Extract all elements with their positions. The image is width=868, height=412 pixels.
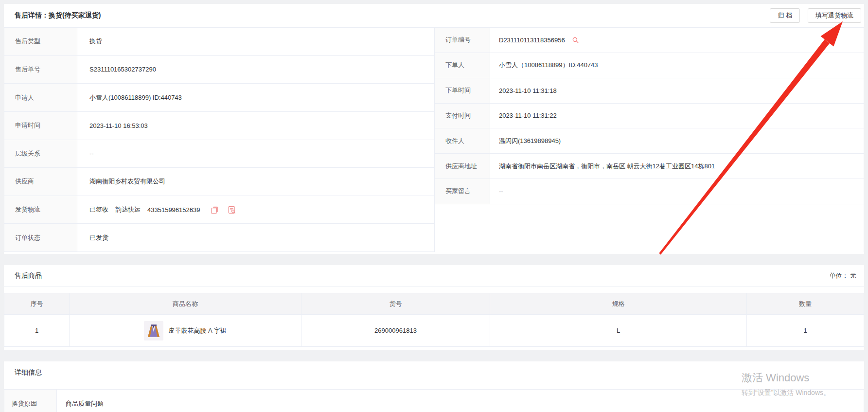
detail-descriptions: 售后类型 换货 售后单号 S231110165302737290 申请人 小雪人…	[4, 27, 864, 252]
copy-icon[interactable]	[211, 206, 219, 214]
aftersale-products-panel: 售后商品 单位： 元 序号 商品名称 货号 规格 数量 1	[4, 265, 864, 350]
supplier-value: 湖南衡阳乡村农贸有限公司	[77, 168, 434, 196]
page-header: 售后详情：换货(待买家退货) 归 档 填写退货物流	[4, 4, 864, 27]
order-no-value-cell: D231110113118356956	[490, 28, 864, 53]
col-header-name: 商品名称	[70, 293, 301, 314]
supplier-address-label: 供应商地址	[435, 154, 490, 179]
buyer-label: 下单人	[435, 53, 490, 78]
product-name-cell: 皮革嵌花高腰 A 字裙	[70, 315, 301, 346]
skirt-image	[145, 322, 162, 339]
header-actions: 归 档 填写退货物流	[770, 8, 861, 23]
row-buyer-message: 买家留言 --	[435, 179, 864, 204]
buyer-value: 小雪人（10086118899）ID:440743	[490, 53, 864, 78]
order-status-value: 已发货	[77, 224, 434, 251]
row-applicant: 申请人 小雪人(10086118899) ID:440743	[4, 84, 434, 112]
col-header-qty: 数量	[747, 293, 864, 314]
supplier-address-value: 湖南省衡阳市南岳区湖南省，衡阳市，南岳区 朝云大街12巷工业园区14栋801	[490, 154, 864, 179]
aftersale-no-label: 售后单号	[4, 56, 77, 84]
order-no-value: D231110113118356956	[499, 36, 565, 44]
page-title: 售后详情：换货(待买家退货)	[15, 11, 101, 20]
unit-label: 单位： 元	[829, 271, 856, 280]
detail-left-column: 售后类型 换货 售后单号 S231110165302737290 申请人 小雪人…	[4, 28, 435, 252]
buyer-message-label: 买家留言	[435, 179, 490, 204]
recipient-value: 温闪闪(13619898945)	[490, 128, 864, 153]
pay-time-value: 2023-11-10 11:31:22	[490, 104, 864, 128]
archive-button[interactable]: 归 档	[770, 8, 800, 23]
products-table-header: 序号 商品名称 货号 规格 数量	[4, 293, 864, 315]
detail-right-column: 订单编号 D231110113118356956 下单人 小雪人（1008611…	[435, 28, 864, 252]
order-time-value: 2023-11-10 11:31:18	[490, 78, 864, 103]
row-aftersale-type: 售后类型 换货	[4, 28, 434, 56]
row-hierarchy: 层级关系 --	[4, 140, 434, 168]
order-status-label: 订单状态	[4, 224, 77, 251]
product-name: 皮革嵌花高腰 A 字裙	[168, 326, 226, 335]
products-section-header: 售后商品 单位： 元	[4, 265, 864, 287]
applicant-label: 申请人	[4, 84, 77, 111]
col-header-spec: 规格	[490, 293, 747, 314]
fill-return-logistics-button[interactable]: 填写退货物流	[808, 8, 861, 23]
aftersale-detail-panel: 售后详情：换货(待买家退货) 归 档 填写退货物流 售后类型 换货 售后单号 S…	[4, 4, 864, 254]
product-qty: 1	[747, 315, 864, 346]
product-row: 1 皮革嵌花高腰 A 字裙 269000961813 L 1	[4, 315, 864, 347]
row-apply-time: 申请时间 2023-11-10 16:53:03	[4, 112, 434, 140]
products-section-title: 售后商品	[15, 271, 42, 280]
aftersale-no-value: S231110165302737290	[77, 56, 434, 84]
apply-time-value: 2023-11-10 16:53:03	[77, 112, 434, 140]
row-pay-time: 支付时间 2023-11-10 11:31:22	[435, 104, 864, 129]
col-header-item-no: 货号	[301, 293, 490, 314]
shipping-carrier: 韵达快运	[115, 205, 141, 214]
shipping-tracking-no: 433515996152639	[147, 206, 200, 214]
shipping-icon-group	[211, 206, 236, 214]
shipping-status: 已签收	[89, 205, 108, 214]
buyer-message-value: --	[490, 179, 864, 204]
apply-time-label: 申请时间	[4, 112, 77, 140]
row-recipient: 收件人 温闪闪(13619898945)	[435, 128, 864, 154]
row-order-time: 下单时间 2023-11-10 11:31:18	[435, 78, 864, 104]
aftersale-type-value: 换货	[77, 28, 434, 55]
detail-info-panel: 详细信息 换货原因 商品质量问题	[4, 361, 864, 412]
products-table: 序号 商品名称 货号 规格 数量 1 皮革嵌花高腰 A	[4, 293, 864, 347]
order-no-label: 订单编号	[435, 28, 490, 53]
hierarchy-label: 层级关系	[4, 140, 77, 168]
order-time-label: 下单时间	[435, 78, 490, 103]
order-search-icon[interactable]	[572, 36, 579, 44]
aftersale-type-label: 售后类型	[4, 28, 77, 55]
shipping-logistics-value: 已签收 韵达快运 433515996152639	[77, 196, 434, 224]
col-header-index: 序号	[4, 293, 70, 314]
pay-time-label: 支付时间	[435, 104, 490, 128]
detail-info-table: 换货原因 商品质量问题	[4, 389, 864, 412]
product-index: 1	[4, 315, 70, 346]
detail-info-title: 详细信息	[15, 368, 42, 377]
row-exchange-reason: 换货原因 商品质量问题	[4, 390, 864, 412]
row-order-no: 订单编号 D231110113118356956	[435, 28, 864, 53]
product-spec: L	[490, 315, 747, 346]
shipping-logistics-label: 发货物流	[4, 196, 77, 224]
product-item-no: 269000961813	[301, 315, 490, 346]
exchange-reason-label: 换货原因	[4, 390, 57, 412]
hierarchy-value: --	[77, 140, 434, 168]
recipient-label: 收件人	[435, 128, 490, 153]
row-supplier-address: 供应商地址 湖南省衡阳市南岳区湖南省，衡阳市，南岳区 朝云大街12巷工业园区14…	[435, 154, 864, 179]
applicant-value: 小雪人(10086118899) ID:440743	[77, 84, 434, 111]
row-supplier: 供应商 湖南衡阳乡村农贸有限公司	[4, 168, 434, 196]
logistics-detail-icon[interactable]	[228, 206, 236, 214]
product-thumbnail[interactable]	[144, 321, 163, 340]
row-order-status: 订单状态 已发货	[4, 224, 434, 252]
exchange-reason-value: 商品质量问题	[57, 390, 864, 412]
row-shipping-logistics: 发货物流 已签收 韵达快运 433515996152639	[4, 196, 434, 224]
row-buyer: 下单人 小雪人（10086118899）ID:440743	[435, 53, 864, 78]
supplier-label: 供应商	[4, 168, 77, 196]
detail-info-header: 详细信息	[4, 361, 864, 384]
row-aftersale-no: 售后单号 S231110165302737290	[4, 56, 434, 84]
